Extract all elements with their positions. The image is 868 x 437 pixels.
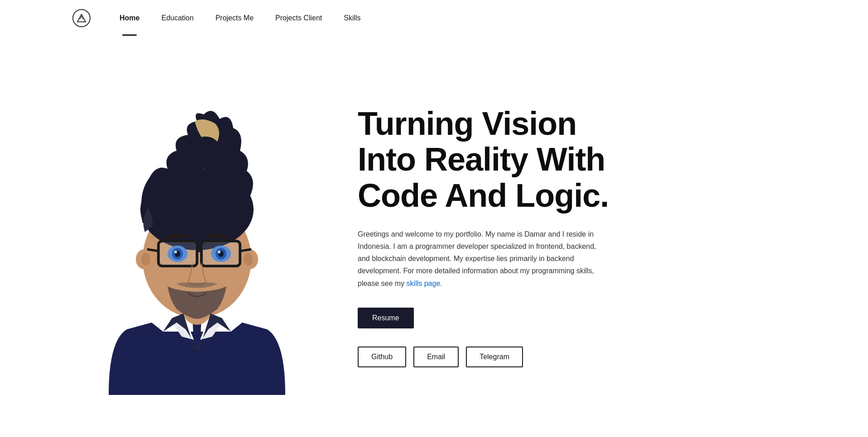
social-buttons: Github Email Telegram — [358, 347, 629, 367]
svg-point-27 — [174, 251, 177, 253]
resume-button[interactable]: Resume — [358, 308, 414, 328]
nav-link-home[interactable]: Home — [109, 10, 150, 26]
telegram-button[interactable]: Telegram — [466, 347, 523, 367]
svg-point-13 — [244, 253, 253, 266]
svg-point-11 — [141, 253, 150, 266]
nav-links: Home Education Projects Me Projects Clie… — [109, 10, 372, 26]
nav-item-home[interactable]: Home — [109, 10, 150, 26]
main-content: Turning Vision Into Reality With Code An… — [0, 36, 868, 437]
nav-item-projects-me[interactable]: Projects Me — [205, 10, 264, 26]
portrait-illustration — [72, 78, 321, 395]
skills-link[interactable]: skills page — [407, 280, 441, 287]
right-content: Turning Vision Into Reality With Code An… — [358, 106, 629, 367]
logo-icon — [77, 13, 86, 23]
nav-item-projects-client[interactable]: Projects Client — [264, 10, 333, 26]
hero-title: Turning Vision Into Reality With Code An… — [358, 106, 629, 214]
hero-description: Greetings and welcome to my portfolio. M… — [358, 228, 602, 290]
email-button[interactable]: Email — [413, 347, 459, 367]
navbar: Home Education Projects Me Projects Clie… — [0, 0, 868, 36]
nav-link-skills[interactable]: Skills — [333, 10, 371, 26]
nav-item-education[interactable]: Education — [150, 10, 204, 26]
svg-point-28 — [218, 251, 221, 253]
logo[interactable] — [72, 9, 91, 27]
nav-link-projects-me[interactable]: Projects Me — [205, 10, 264, 26]
github-button[interactable]: Github — [358, 347, 406, 367]
nav-link-projects-client[interactable]: Projects Client — [264, 10, 333, 26]
nav-item-skills[interactable]: Skills — [333, 10, 371, 26]
portrait-container — [72, 78, 321, 395]
nav-link-education[interactable]: Education — [150, 10, 204, 26]
